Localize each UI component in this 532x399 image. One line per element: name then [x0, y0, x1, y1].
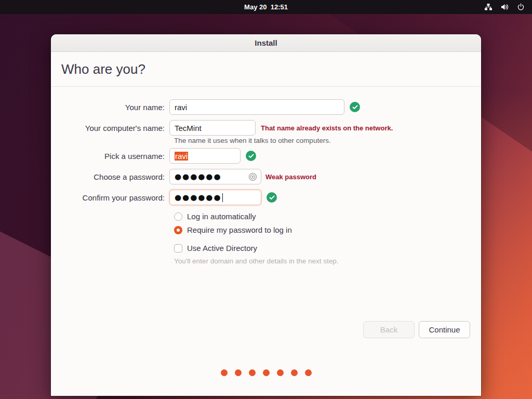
who-are-you-form: Your name: Your computer's name: That na…: [51, 87, 481, 265]
computer-name-helper: The name it uses when it talks to other …: [174, 137, 481, 144]
page-title: Who are you?: [61, 61, 145, 77]
page-header: Who are you?: [51, 52, 481, 87]
name-valid-icon: [350, 102, 360, 112]
back-button[interactable]: Back: [363, 321, 415, 338]
require-password-label: Require my password to log in: [187, 225, 292, 234]
power-icon[interactable]: [517, 3, 525, 11]
computer-name-input[interactable]: [169, 120, 256, 136]
your-name-label: Your name:: [51, 103, 169, 112]
login-automatically-label: Log in automatically: [187, 212, 256, 221]
active-directory-helper: You'll enter domain and other details in…: [174, 257, 481, 265]
progress-dots: [51, 369, 481, 376]
system-top-bar: May 20 12:51: [0, 0, 532, 14]
computer-name-label: Your computer's name:: [51, 124, 169, 132]
login-automatically-option[interactable]: Log in automatically: [174, 212, 481, 221]
checkbox-unchecked-icon[interactable]: [174, 244, 182, 252]
active-directory-label: Use Active Directory: [187, 244, 257, 252]
password-label: Choose a password:: [51, 172, 169, 181]
your-name-input[interactable]: [169, 99, 344, 115]
row-confirm-password: Confirm your password: ●●●●●●: [51, 190, 481, 205]
progress-dot: [291, 369, 298, 376]
progress-dot: [221, 369, 228, 376]
password-strength-warning: Weak password: [265, 173, 316, 181]
username-input[interactable]: ravi: [169, 148, 241, 164]
progress-dot: [277, 369, 284, 376]
active-directory-option[interactable]: Use Active Directory: [174, 244, 481, 252]
require-password-option[interactable]: Require my password to log in: [174, 225, 481, 234]
row-username: Pick a username: ravi: [51, 148, 481, 164]
reveal-password-icon[interactable]: [248, 172, 257, 181]
system-tray: [484, 0, 525, 14]
confirm-password-input[interactable]: ●●●●●●: [169, 190, 261, 205]
desktop-background: May 20 12:51: [0, 0, 532, 399]
row-computer-name: Your computer's name: That name already …: [51, 120, 481, 136]
password-input[interactable]: ●●●●●●: [169, 169, 261, 184]
progress-dot: [305, 369, 312, 376]
confirm-password-label: Confirm your password:: [51, 193, 169, 202]
network-icon[interactable]: [484, 3, 493, 11]
row-your-name: Your name:: [51, 99, 481, 115]
username-label: Pick a username:: [51, 152, 169, 161]
password-input-wrap: ●●●●●●: [169, 169, 261, 184]
confirm-password-dots: ●●●●●●: [175, 193, 222, 202]
username-valid-icon: [246, 151, 256, 161]
radio-unchecked-icon[interactable]: [174, 212, 182, 221]
progress-dot: [263, 369, 270, 376]
window-title: Install: [255, 38, 277, 47]
wizard-buttons: Back Continue: [363, 321, 470, 338]
installer-window: Install Who are you? Your name: Your com…: [51, 34, 481, 396]
computer-name-error: That name already exists on the network.: [261, 124, 393, 132]
row-password: Choose a password: ●●●●●● Weak password: [51, 169, 481, 184]
username-selected-text: ravi: [175, 152, 188, 161]
clock[interactable]: May 20 12:51: [244, 3, 288, 11]
progress-dot: [235, 369, 242, 376]
password-dots: ●●●●●●: [175, 172, 222, 181]
continue-button[interactable]: Continue: [419, 321, 470, 338]
confirm-valid-icon: [267, 192, 277, 203]
window-titlebar[interactable]: Install: [51, 34, 481, 52]
radio-checked-icon[interactable]: [174, 226, 182, 234]
volume-icon[interactable]: [500, 3, 509, 11]
text-caret: [222, 193, 223, 202]
progress-dot: [249, 369, 256, 376]
